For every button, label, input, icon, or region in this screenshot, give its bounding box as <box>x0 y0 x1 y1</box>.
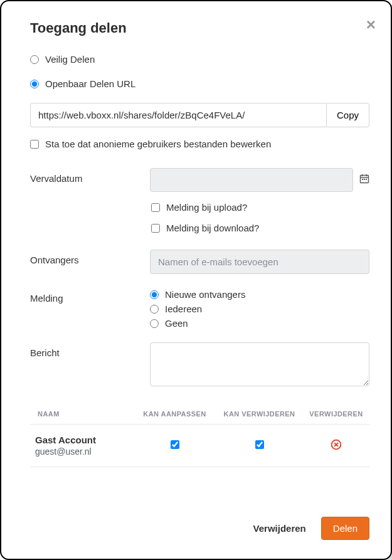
user-cell: Gast Account guest@user.nl <box>35 435 132 457</box>
delete-button[interactable]: Verwijderen <box>253 523 306 534</box>
notification-label: Melding <box>30 288 146 329</box>
expiry-row <box>150 168 369 192</box>
remove-row-icon[interactable] <box>331 439 342 450</box>
modal-footer: Verwijderen Delen <box>30 507 369 540</box>
notify-upload-checkbox[interactable] <box>151 203 160 212</box>
notify-opt-all[interactable]: Iedereen <box>150 304 369 314</box>
notification-options: Nieuwe ontvangers Iedereen Geen <box>150 288 369 329</box>
notify-upload-label: Melding bij upload? <box>166 202 247 213</box>
radio-secure[interactable] <box>30 55 39 64</box>
notify-opt-new[interactable]: Nieuwe ontvangers <box>150 289 369 300</box>
th-name: NAAM <box>35 410 132 418</box>
notify-sub-checks: Melding bij upload? Melding bij download… <box>150 196 369 246</box>
copy-button[interactable]: Copy <box>326 103 369 127</box>
row-can-delete-checkbox[interactable] <box>255 440 264 449</box>
notify-download-checkbox[interactable] <box>151 224 160 233</box>
row-can-edit-checkbox[interactable] <box>171 440 179 449</box>
share-mode-secure[interactable]: Veilig Delen <box>30 54 369 65</box>
expiry-input[interactable] <box>150 168 353 192</box>
notify-upload-row[interactable]: Melding bij upload? <box>151 202 369 213</box>
svg-rect-5 <box>364 179 365 180</box>
message-label: Bericht <box>30 342 146 389</box>
th-can-delete: KAN VERWIJDEREN <box>217 410 302 418</box>
share-mode-secure-label: Veilig Delen <box>45 54 95 65</box>
form-grid: Vervaldatum Melding bij upload? <box>30 168 369 389</box>
table-header: NAAM KAN AANPASSEN KAN VERWIJDEREN VERWI… <box>30 404 369 425</box>
calendar-icon[interactable] <box>359 174 369 187</box>
share-mode-public-label: Openbaar Delen URL <box>45 78 135 89</box>
table-row: Gast Account guest@user.nl <box>30 425 369 467</box>
th-can-edit: KAN AANPASSEN <box>132 410 217 418</box>
svg-rect-6 <box>366 179 367 180</box>
public-url-input[interactable] <box>30 103 326 127</box>
notify-opt-none[interactable]: Geen <box>150 318 369 329</box>
close-icon[interactable]: × <box>366 16 376 33</box>
th-remove: VERWIJDEREN <box>302 410 371 418</box>
user-email: guest@user.nl <box>35 446 132 457</box>
anon-edit-label: Sta toe dat anonieme gebruikers bestande… <box>45 139 271 149</box>
svg-rect-4 <box>362 179 363 180</box>
radio-notify-new[interactable] <box>150 290 159 299</box>
notify-download-row[interactable]: Melding bij download? <box>151 223 369 233</box>
expiry-label: Vervaldatum <box>30 168 146 192</box>
user-name: Gast Account <box>35 435 132 445</box>
modal-title: Toegang delen <box>30 20 369 36</box>
share-button[interactable]: Delen <box>321 517 369 540</box>
share-mode-public[interactable]: Openbaar Delen URL <box>30 78 369 89</box>
radio-notify-none[interactable] <box>150 319 159 328</box>
anon-edit-row[interactable]: Sta toe dat anonieme gebruikers bestande… <box>30 139 369 149</box>
notify-download-label: Melding bij download? <box>166 223 259 233</box>
public-url-row: Copy <box>30 103 369 127</box>
radio-public[interactable] <box>30 80 39 88</box>
recipients-input[interactable] <box>150 250 369 274</box>
anon-edit-checkbox[interactable] <box>30 140 39 149</box>
recipients-label: Ontvangers <box>30 250 146 274</box>
guests-table: NAAM KAN AANPASSEN KAN VERWIJDEREN VERWI… <box>30 404 369 467</box>
radio-notify-all[interactable] <box>150 305 159 314</box>
share-access-modal: × Toegang delen Veilig Delen Openbaar De… <box>0 0 392 560</box>
message-textarea[interactable] <box>150 342 369 386</box>
